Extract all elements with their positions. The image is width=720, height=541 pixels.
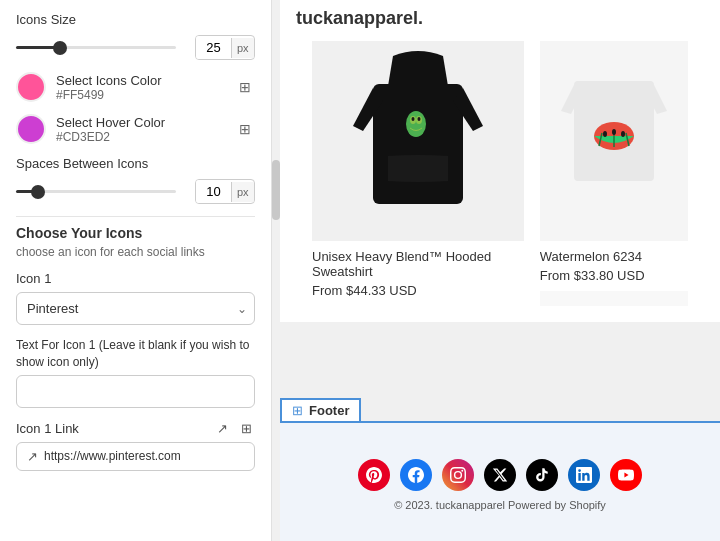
hoodie-svg — [348, 46, 488, 236]
svg-point-11 — [603, 131, 607, 137]
icon1-link-icon: ↗ — [27, 449, 38, 464]
footer-section: ⊞ Footer — [280, 398, 720, 541]
social-icon-tiktok[interactable] — [526, 459, 558, 491]
social-icon-youtube[interactable] — [610, 459, 642, 491]
product-card-2[interactable]: Watermelon 6234 From $33.80 USD — [540, 41, 688, 306]
social-icon-pinterest[interactable] — [358, 459, 390, 491]
icon1-link-icons: ↗ ⊞ — [213, 420, 255, 438]
spaces-input-wrapper: 10 px — [195, 179, 255, 204]
social-icon-twitter-x[interactable] — [484, 459, 516, 491]
product-grid: Unisex Heavy Blend™ Hooded Sweatshirt Fr… — [296, 41, 704, 322]
footer-label-tab: ⊞ Footer — [280, 398, 361, 421]
product-info-1: Unisex Heavy Blend™ Hooded Sweatshirt Fr… — [312, 241, 524, 306]
scrollbar-thumb[interactable] — [272, 160, 280, 220]
product-img-2 — [540, 41, 688, 241]
product-name-1: Unisex Heavy Blend™ Hooded Sweatshirt — [312, 249, 524, 279]
spaces-unit: px — [231, 182, 254, 202]
icon1-link-input-wrapper: ↗ https://www.pinterest.com — [16, 442, 255, 471]
icon1-label: Icon 1 — [16, 271, 255, 286]
product-name-2: Watermelon 6234 — [540, 249, 688, 264]
icons-color-info: Select Icons Color #FF5499 — [56, 73, 225, 102]
footer-grid-icon: ⊞ — [292, 403, 303, 418]
icon1-link-db-btn[interactable]: ⊞ — [237, 420, 255, 438]
hover-color-db-icon[interactable]: ⊞ — [235, 119, 255, 139]
icon1-text-label: Text For Icon 1 (Leave it blank if you w… — [16, 337, 255, 371]
product-price-1: From $44.33 USD — [312, 283, 524, 298]
select-hover-color-row: Select Hover Color #CD3ED2 ⊞ — [16, 114, 255, 144]
spaces-slider-row: 10 px — [16, 179, 255, 204]
spaces-input[interactable]: 10 — [196, 180, 231, 203]
footer-label-text: Footer — [309, 403, 349, 418]
right-panel: tuckanapparel. — [280, 0, 720, 541]
icons-color-db-icon[interactable]: ⊞ — [235, 77, 255, 97]
product-price-2: From $33.80 USD — [540, 268, 688, 283]
hover-color-info: Select Hover Color #CD3ED2 — [56, 115, 225, 144]
svg-point-5 — [417, 117, 420, 121]
svg-rect-0 — [373, 84, 463, 204]
hover-color-label: Select Hover Color — [56, 115, 225, 130]
choose-icons-title: Choose Your Icons — [16, 225, 255, 241]
social-icon-instagram[interactable] — [442, 459, 474, 491]
product-info-2: Watermelon 6234 From $33.80 USD — [540, 241, 688, 291]
svg-point-1 — [406, 111, 426, 137]
spaces-slider-container — [16, 182, 187, 202]
icon1-select[interactable]: Pinterest Facebook Instagram Twitter Tik… — [16, 292, 255, 325]
svg-point-4 — [411, 117, 414, 121]
icon1-link-label-row: Icon 1 Link ↗ ⊞ — [16, 420, 255, 438]
social-icon-linkedin[interactable] — [568, 459, 600, 491]
preview-top: tuckanapparel. — [280, 0, 720, 322]
watermelon-svg — [559, 61, 669, 221]
footer-copyright: © 2023. tuckanapparel Powered by Shopify — [310, 499, 690, 511]
icons-size-label: Icons Size — [16, 12, 255, 27]
spaces-slider[interactable] — [16, 190, 176, 193]
icon1-link-label-text: Icon 1 Link — [16, 421, 79, 436]
icons-size-input-wrapper: 25 px — [195, 35, 255, 60]
icons-color-swatch[interactable] — [16, 72, 46, 102]
product-img-1 — [312, 41, 524, 241]
left-panel-scrollbar[interactable] — [272, 0, 280, 541]
icons-size-unit: px — [231, 38, 254, 58]
svg-point-12 — [612, 129, 616, 135]
icon1-link-external-btn[interactable]: ↗ — [213, 420, 231, 438]
social-icon-facebook[interactable] — [400, 459, 432, 491]
social-icons-row — [310, 459, 690, 491]
footer-content: © 2023. tuckanapparel Powered by Shopify — [280, 421, 720, 541]
icons-color-label: Select Icons Color — [56, 73, 225, 88]
left-panel: Icons Size 25 px Select Icons Color #FF5… — [0, 0, 272, 541]
icons-size-input[interactable]: 25 — [196, 36, 231, 59]
icon1-text-input[interactable] — [16, 375, 255, 408]
icon1-select-wrapper: Pinterest Facebook Instagram Twitter Tik… — [16, 292, 255, 325]
svg-point-13 — [621, 131, 625, 137]
choose-icons-subtitle: choose an icon for each social links — [16, 245, 255, 259]
icons-size-slider[interactable] — [16, 46, 176, 49]
product-card-1[interactable]: Unisex Heavy Blend™ Hooded Sweatshirt Fr… — [312, 41, 524, 306]
store-name: tuckanapparel. — [296, 8, 704, 29]
icons-size-slider-container — [16, 38, 187, 58]
icons-size-row: 25 px — [16, 35, 255, 60]
select-icons-color-row: Select Icons Color #FF5499 ⊞ — [16, 72, 255, 102]
hover-color-swatch[interactable] — [16, 114, 46, 144]
spaces-label: Spaces Between Icons — [16, 156, 255, 171]
icons-color-hex: #FF5499 — [56, 88, 225, 102]
icon1-link-input[interactable]: https://www.pinterest.com — [44, 449, 244, 463]
preview-area: tuckanapparel. — [280, 0, 720, 541]
hover-color-hex: #CD3ED2 — [56, 130, 225, 144]
